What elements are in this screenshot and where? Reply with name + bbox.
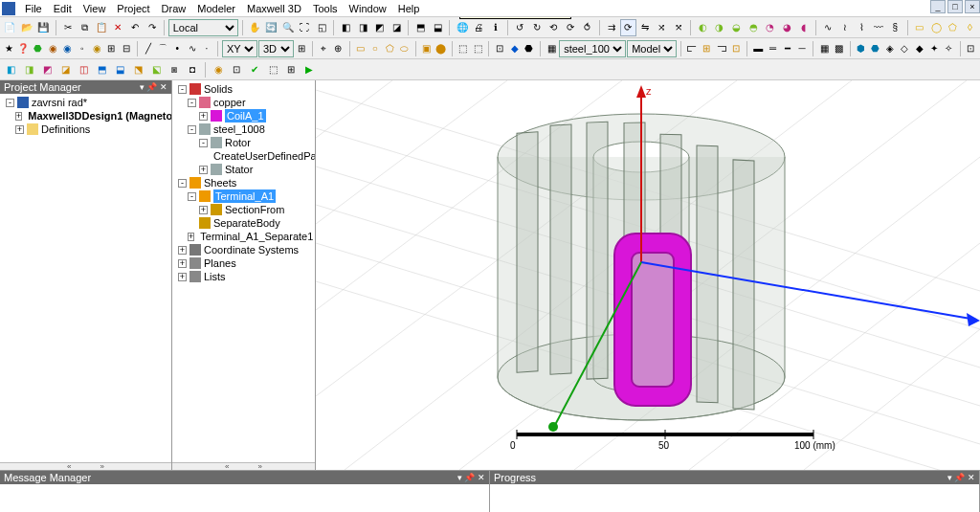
pt2-icon[interactable]: · [200, 40, 213, 57]
cs-combo[interactable]: Local [168, 19, 238, 36]
bool-d-icon[interactable]: ◓ [746, 19, 762, 36]
rotor-node[interactable]: Rotor [225, 136, 251, 149]
zoom-icon[interactable]: 🔍 [280, 19, 297, 36]
snap-a-icon[interactable]: ⌖ [317, 40, 330, 57]
mat-icon[interactable]: ▦ [545, 40, 558, 57]
post-f-icon[interactable]: ✦ [927, 40, 941, 57]
pt-icon[interactable]: • [170, 40, 184, 57]
bool-f-icon[interactable]: ◕ [779, 19, 795, 36]
menu-modeler[interactable]: Modeler [191, 2, 241, 15]
line-icon[interactable]: ╱ [142, 40, 155, 57]
pin-icon[interactable]: ▾ 📌 ✕ [140, 82, 167, 92]
menu-project[interactable]: Project [111, 2, 155, 15]
box-icon[interactable]: ▣ [419, 40, 433, 57]
cyl-icon[interactable]: ⬤ [434, 40, 448, 57]
pan-icon[interactable]: ✋ [247, 19, 263, 36]
model-gutter[interactable]: «» [172, 462, 315, 470]
rot-c-icon[interactable]: ⟲ [546, 19, 562, 36]
rot-b-icon[interactable]: ↻ [528, 19, 545, 36]
stator-node[interactable]: Stator [225, 163, 253, 176]
post-d-icon[interactable]: ◇ [898, 40, 911, 57]
new-icon[interactable]: 📄 [2, 19, 18, 36]
fit-sel-icon[interactable]: ◱ [314, 19, 330, 36]
progress-list[interactable] [490, 484, 979, 512]
scope-combo[interactable]: Model [627, 40, 677, 57]
tool-e-icon[interactable]: ⬒ [412, 19, 429, 36]
coilA-node[interactable]: CoilA_1 [225, 109, 266, 122]
post-b-icon[interactable]: ⬣ [869, 40, 882, 57]
geo-c-icon[interactable]: ⬠ [946, 19, 962, 36]
print-icon[interactable]: 🖨 [471, 19, 487, 36]
dup-d-icon[interactable]: ⤨ [654, 19, 670, 36]
anal-b-icon[interactable]: ⊡ [228, 61, 245, 78]
sel-i-icon[interactable]: ⊟ [120, 40, 133, 57]
bool-g-icon[interactable]: ◖ [795, 19, 812, 36]
sel-b-icon[interactable]: ❓ [16, 40, 30, 57]
face-b-icon[interactable]: ◨ [20, 61, 37, 78]
paste-icon[interactable]: 📋 [94, 19, 110, 36]
over-icon[interactable]: ⊡ [964, 40, 977, 57]
ellipse-icon[interactable]: ⬭ [397, 40, 411, 57]
rot-a-icon[interactable]: ↺ [512, 19, 528, 36]
sectionfrom-node[interactable]: SectionFrom [225, 203, 284, 216]
disp-d-icon[interactable]: ─ [795, 40, 809, 57]
reg-b-icon[interactable]: ⬚ [471, 40, 484, 57]
menu-view[interactable]: View [78, 2, 112, 15]
project-root[interactable]: zavrsni rad* [32, 96, 87, 109]
curve-c-icon[interactable]: ⌇ [854, 19, 870, 36]
mesh-a-icon[interactable]: ▦ [817, 40, 831, 57]
rot-d-icon[interactable]: ⟳ [563, 19, 579, 36]
menu-tools[interactable]: Tools [307, 2, 344, 15]
tool-c-icon[interactable]: ◩ [371, 19, 388, 36]
anal-f-icon[interactable]: ▶ [301, 61, 318, 78]
prog-pin-icon[interactable]: ▾ 📌 ✕ [947, 473, 975, 482]
misc-c-icon[interactable]: ⬣ [523, 40, 536, 57]
bool-c-icon[interactable]: ◒ [728, 19, 745, 36]
solids-node[interactable]: Solids [204, 82, 233, 96]
post-a-icon[interactable]: ⬢ [854, 40, 867, 57]
rotate-icon[interactable]: 🔄 [263, 19, 279, 36]
face-g-icon[interactable]: ⬓ [111, 61, 128, 78]
material-combo[interactable]: steel_1008 [559, 40, 626, 57]
delete-icon[interactable]: ✕ [110, 19, 126, 36]
copy-icon[interactable]: ⧉ [77, 19, 93, 36]
tool-a-icon[interactable]: ◧ [338, 19, 354, 36]
poly-icon[interactable]: ⬠ [383, 40, 396, 57]
lists-node[interactable]: Lists [204, 270, 226, 283]
panel-gutter[interactable]: «» [0, 462, 171, 470]
maximize-button[interactable]: □ [947, 0, 963, 13]
curve-a-icon[interactable]: ∿ [820, 19, 836, 36]
info-icon[interactable]: ℹ [487, 19, 503, 36]
model-tree[interactable]: -Solids -copper +CoilA_1 -steel_1008 -Ro… [172, 80, 315, 462]
minimize-button[interactable]: _ [930, 0, 946, 13]
tool-d-icon[interactable]: ◪ [389, 19, 405, 36]
terminalA-node[interactable]: Terminal_A1 [213, 189, 276, 203]
menu-help[interactable]: Help [392, 2, 426, 15]
open-icon[interactable]: 📂 [19, 19, 35, 36]
message-list[interactable] [0, 484, 489, 512]
curve-b-icon[interactable]: ≀ [836, 19, 853, 36]
sel-e-icon[interactable]: ◉ [60, 40, 74, 57]
face-h-icon[interactable]: ⬔ [129, 61, 146, 78]
bool-e-icon[interactable]: ◔ [762, 19, 778, 36]
post-e-icon[interactable]: ◆ [913, 40, 926, 57]
undo-icon[interactable]: ↶ [127, 19, 144, 36]
sel-d-icon[interactable]: ◉ [46, 40, 59, 57]
mesh-b-icon[interactable]: ▩ [832, 40, 845, 57]
tool-b-icon[interactable]: ◨ [355, 19, 371, 36]
sel-a-icon[interactable]: ★ [2, 40, 15, 57]
sel-f-icon[interactable]: ◦ [76, 40, 89, 57]
disp-b-icon[interactable]: ═ [766, 40, 779, 57]
face-f-icon[interactable]: ⬒ [93, 61, 110, 78]
menu-maxwell3d[interactable]: Maxwell 3D [241, 2, 307, 15]
geo-a-icon[interactable]: ▭ [912, 19, 928, 36]
bool-a-icon[interactable]: ◐ [695, 19, 711, 36]
circle-icon[interactable]: ○ [368, 40, 382, 57]
face-i-icon[interactable]: ⬕ [147, 61, 165, 78]
world-icon[interactable]: 🌐 [454, 19, 470, 36]
align-a-icon[interactable]: ⫍ [685, 40, 699, 57]
definitions-node[interactable]: Definitions [41, 122, 90, 136]
menu-draw[interactable]: Draw [156, 2, 192, 15]
dup-mirror-icon[interactable]: ⇋ [637, 19, 654, 36]
dup-e-icon[interactable]: ⤧ [671, 19, 687, 36]
